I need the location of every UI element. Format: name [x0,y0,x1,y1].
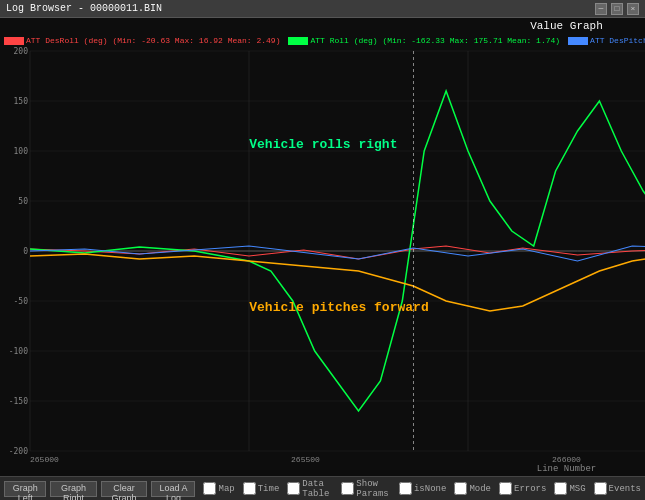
bottom-checkbox[interactable] [399,482,412,495]
legend-item: ATT DesPitch (deg) (Min: -29.24 Max: 29.… [568,36,645,45]
bottom-button[interactable]: Graph Right [50,481,96,497]
bottom-checkbox-label: Errors [514,484,546,494]
close-button[interactable]: × [627,3,639,15]
x-axis-label: 266000 [552,455,581,464]
legend-item: ATT Roll (deg) (Min: -162.33 Max: 175.71… [288,36,560,45]
bottom-checkbox-label: Map [218,484,234,494]
graph-title: Value Graph [0,18,645,34]
bottom-checkbox-label: isNone [414,484,446,494]
bottom-checkbox[interactable] [287,482,300,495]
bottom-checkbox-group: isNone [399,482,446,495]
bottom-checkbox[interactable] [454,482,467,495]
x-axis-label: 265000 [30,455,59,464]
x-axis-label: 265500 [291,455,320,464]
bottom-checkbox-label: MSG [569,484,585,494]
bottom-checkbox-group: Show Params [341,479,391,499]
bottom-checkbox-label: Mode [469,484,491,494]
bottom-button[interactable]: Graph Left [4,481,46,497]
chart-canvas [0,47,645,455]
chart-container[interactable]: Vehicle rolls right Vehicle pitches forw… [0,47,645,455]
bottom-checkbox-label: Events [609,484,641,494]
bottom-button[interactable]: Load A Log [151,481,195,497]
x-axis-labels: 265000265500266000266500267000 [0,455,645,464]
bottom-checkbox[interactable] [499,482,512,495]
x-axis-title: Line Number [0,464,645,476]
bottom-checkbox-group: Map [203,482,234,495]
minimize-button[interactable]: ─ [595,3,607,15]
legend-bar: ATT DesRoll (deg) (Min: -20.63 Max: 16.9… [0,34,645,47]
bottom-checkbox-group: Time [243,482,280,495]
bottom-checkbox-group: Events [594,482,641,495]
annotation-pitch: Vehicle pitches forward [249,300,428,315]
bottom-checkbox-label: Time [258,484,280,494]
window-title: Log Browser - 00000011.BIN [6,3,162,14]
bottom-checkbox[interactable] [203,482,216,495]
bottom-checkbox-group: Errors [499,482,546,495]
bottom-checkbox-label: Show Params [356,479,391,499]
bottom-checkbox-group: Data Table [287,479,333,499]
graph-area: Value Graph ATT DesRoll (deg) (Min: -20.… [0,18,645,476]
legend-item: ATT DesRoll (deg) (Min: -20.63 Max: 16.9… [4,36,280,45]
bottom-checkbox[interactable] [594,482,607,495]
bottom-checkbox[interactable] [243,482,256,495]
annotation-roll: Vehicle rolls right [249,137,397,152]
bottom-checkbox-label: Data Table [302,479,333,499]
bottom-bar: Graph LeftGraph RightClear GraphLoad A L… [0,476,645,500]
title-bar-controls: ─ □ × [595,3,639,15]
bottom-button[interactable]: Clear Graph [101,481,148,497]
bottom-checkbox[interactable] [341,482,354,495]
bottom-checkbox-group: Mode [454,482,491,495]
title-bar: Log Browser - 00000011.BIN ─ □ × [0,0,645,18]
maximize-button[interactable]: □ [611,3,623,15]
bottom-checkbox-group: MSG [554,482,585,495]
bottom-checkbox[interactable] [554,482,567,495]
